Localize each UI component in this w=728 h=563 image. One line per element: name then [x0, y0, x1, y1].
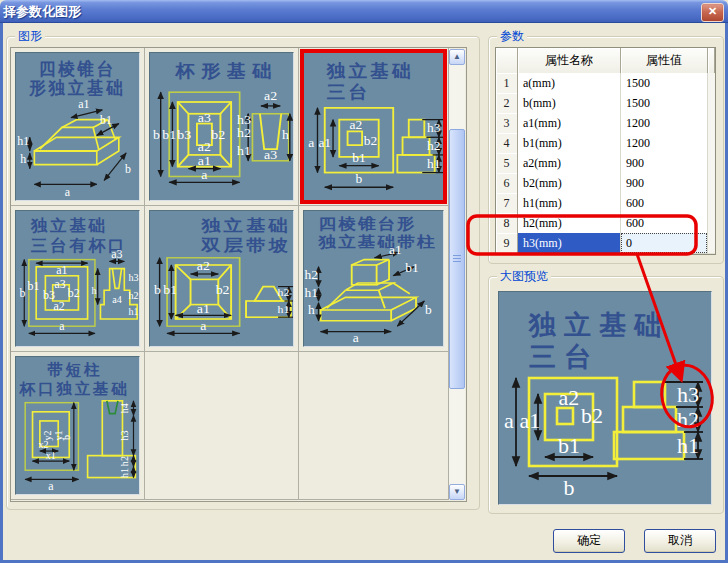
- row-gutter: [708, 213, 715, 234]
- svg-text:y2: y2: [42, 431, 53, 441]
- scrollbar-thumb[interactable]: [449, 129, 465, 389]
- scroll-up-arrow-icon[interactable]: ▲: [449, 49, 465, 65]
- gallery-item-short-column-cup[interactable]: 带短柱 杯口独立基础 x2 y2 y1 x1 b: [11, 352, 145, 500]
- svg-text:b2: b2: [68, 287, 80, 301]
- svg-text:h: h: [282, 128, 289, 142]
- attr-name-cell[interactable]: a(mm): [518, 73, 621, 94]
- svg-text:a1: a1: [318, 135, 331, 150]
- gallery-item-pyramid-frustum[interactable]: 四棱锥台 形独立基础 a1: [11, 48, 145, 206]
- svg-text:a1: a1: [520, 408, 541, 433]
- attr-value-cell[interactable]: 600: [621, 193, 708, 214]
- header-attribute-name[interactable]: 属性名称: [518, 48, 621, 74]
- row-number[interactable]: 5: [496, 153, 518, 174]
- row-number[interactable]: 8: [496, 213, 518, 234]
- thumbnail: 带短柱 杯口独立基础 x2 y2 y1 x1 b: [15, 356, 140, 495]
- table-row[interactable]: 8 h2(mm) 600: [496, 213, 715, 233]
- table-row[interactable]: 5 a2(mm) 900: [496, 153, 715, 173]
- svg-text:h3: h3: [237, 112, 251, 126]
- row-number[interactable]: 3: [496, 113, 518, 134]
- attr-name-cell[interactable]: h1(mm): [518, 193, 621, 214]
- svg-text:独立基础: 独立基础: [200, 216, 291, 234]
- table-row[interactable]: 4 b1(mm) 1200: [496, 133, 715, 153]
- attr-name-cell-selected[interactable]: h3(mm): [518, 233, 621, 254]
- svg-text:a1: a1: [198, 153, 211, 167]
- svg-text:h4: h4: [119, 403, 130, 413]
- attr-value-cell[interactable]: 1200: [621, 113, 708, 134]
- gallery-empty-cell: [299, 352, 449, 500]
- row-gutter: [708, 73, 715, 94]
- row-number[interactable]: 4: [496, 133, 518, 154]
- svg-text:a: a: [200, 320, 206, 333]
- svg-text:h2: h2: [119, 456, 130, 466]
- table-row[interactable]: 6 b2(mm) 900: [496, 173, 715, 193]
- attr-value-cell[interactable]: 900: [621, 173, 708, 194]
- svg-text:a2: a2: [197, 260, 210, 273]
- svg-text:双层带坡: 双层带坡: [200, 236, 291, 254]
- gallery-item-three-tier-cup[interactable]: 独立基础 三台有杯口 a1 b b1 a3 b3: [11, 206, 145, 352]
- svg-text:h3: h3: [677, 382, 699, 407]
- attr-value-edit-cell[interactable]: 0: [621, 233, 708, 254]
- attr-name-cell[interactable]: a2(mm): [518, 153, 621, 174]
- attr-value-cell[interactable]: 900: [621, 153, 708, 174]
- svg-text:a3: a3: [198, 110, 211, 124]
- row-number[interactable]: 7: [496, 193, 518, 214]
- svg-text:b2: b2: [364, 133, 377, 148]
- header-attribute-value[interactable]: 属性值: [621, 48, 708, 74]
- attr-name-cell[interactable]: b2(mm): [518, 173, 621, 194]
- svg-text:a3: a3: [264, 147, 277, 161]
- svg-text:b1: b1: [163, 284, 177, 297]
- attr-value-cell[interactable]: 1500: [621, 73, 708, 94]
- table-row[interactable]: 7 h1(mm) 600: [496, 193, 715, 213]
- svg-text:a1: a1: [197, 303, 210, 316]
- window-border-left: [0, 22, 3, 563]
- scroll-down-arrow-icon[interactable]: ▼: [449, 484, 465, 500]
- attr-name-cell[interactable]: b(mm): [518, 93, 621, 114]
- svg-text:b2: b2: [216, 284, 230, 297]
- attr-name-cell[interactable]: h2(mm): [518, 213, 621, 234]
- table-row-selected[interactable]: 9 h3(mm) 0: [496, 233, 715, 253]
- row-number[interactable]: 9: [496, 233, 518, 254]
- svg-text:独立基础: 独立基础: [30, 216, 108, 235]
- svg-text:b1: b1: [558, 433, 580, 458]
- gallery-scrollbar[interactable]: ▲ ▼: [449, 49, 465, 500]
- attr-value-cell[interactable]: 600: [621, 213, 708, 234]
- svg-text:h3: h3: [119, 431, 130, 441]
- svg-text:a4: a4: [112, 294, 122, 305]
- svg-text:h: h: [20, 151, 26, 165]
- thumbnail-drawing: 独立基础 三台有杯口 a1 b b1 a3 b3: [16, 211, 139, 346]
- svg-text:b: b: [154, 284, 161, 297]
- attr-name-cell[interactable]: a1(mm): [518, 113, 621, 134]
- table-row[interactable]: 2 b(mm) 1500: [496, 93, 715, 113]
- svg-text:四棱锥台形: 四棱锥台形: [319, 215, 418, 233]
- attr-name-cell[interactable]: b1(mm): [518, 133, 621, 154]
- gallery-item-cup-foundation[interactable]: 杯形基础 b b1 b3 a3: [145, 48, 299, 206]
- close-button[interactable]: ✕: [701, 3, 724, 22]
- preview-group-label: 大图预览: [497, 269, 551, 283]
- row-number[interactable]: 2: [496, 93, 518, 114]
- cancel-button[interactable]: 取消: [644, 529, 716, 553]
- attr-value-cell[interactable]: 1500: [621, 93, 708, 114]
- svg-text:h1: h1: [17, 134, 29, 148]
- large-preview: 独立基础 三台 a a1 a2 b2 b1 b: [498, 291, 712, 505]
- thumbnail: 四棱锥台 形独立基础 a1: [15, 52, 140, 201]
- table-row[interactable]: 3 a1(mm) 1200: [496, 113, 715, 133]
- value-edit-input[interactable]: 0: [621, 233, 707, 253]
- svg-text:x1: x1: [46, 450, 56, 461]
- scrollbar-grip-icon: [453, 255, 461, 263]
- thumbnail: 独立基础 三台有杯口 a1 b b1 a3 b3: [15, 210, 140, 347]
- attr-value-cell[interactable]: 1200: [621, 133, 708, 154]
- gallery-item-double-layer-sloped[interactable]: 独立基础 双层带坡 a2 b b1: [145, 206, 299, 352]
- gallery-item-frustum-with-column[interactable]: 四棱锥台形 独立基础带柱: [299, 206, 449, 352]
- svg-text:独立基础带柱: 独立基础带柱: [317, 233, 436, 251]
- gallery-item-three-tier-selected[interactable]: 独立基础 三台 a a1 a2 b2 b1 b: [299, 48, 449, 206]
- table-header-row: 属性名称 属性值: [496, 48, 715, 73]
- row-number[interactable]: 1: [496, 73, 518, 94]
- ok-button[interactable]: 确定: [553, 529, 625, 553]
- header-row-number[interactable]: [496, 48, 518, 74]
- table-row[interactable]: 1 a(mm) 1500: [496, 73, 715, 93]
- svg-text:独立基础: 独立基础: [528, 310, 669, 340]
- svg-text:b1: b1: [100, 112, 112, 126]
- svg-text:b2: b2: [581, 403, 603, 428]
- title-bar[interactable]: 择参数化图形 ✕: [0, 0, 728, 23]
- row-number[interactable]: 6: [496, 173, 518, 194]
